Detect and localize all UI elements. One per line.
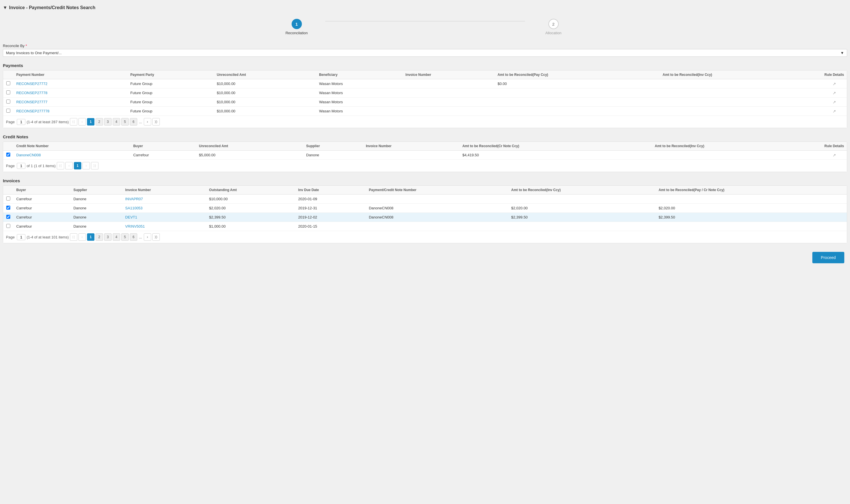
inv-first-btn[interactable]: ⟨⟨	[70, 233, 77, 241]
inv-amt-inv-ccy-3: $2,399.50	[509, 213, 656, 222]
payments-last-btn[interactable]: ⟩⟩	[152, 118, 160, 126]
cn-last-btn[interactable]: ⟩⟩	[91, 162, 99, 169]
payments-number-link-4[interactable]: RECONSEP277778	[16, 109, 49, 113]
inv-prev-btn[interactable]: ‹	[78, 233, 86, 241]
payments-page-input[interactable]	[17, 119, 25, 125]
inv-page-5[interactable]: 5	[121, 233, 129, 241]
cn-checkbox-cell-1	[3, 150, 13, 160]
inv-checkbox-4[interactable]	[6, 224, 10, 228]
payments-checkbox-2[interactable]	[6, 90, 10, 94]
inv-page-dots: ...	[138, 235, 143, 239]
external-link-icon[interactable]: ↗	[833, 100, 836, 104]
payments-amt-pay-ccy-4	[495, 107, 660, 116]
payments-payment-number-1: RECONSEP27772	[13, 79, 127, 88]
payments-unreconciled-amt-1: $10,000.00	[214, 79, 316, 88]
payments-checkbox-4[interactable]	[6, 109, 10, 113]
inv-page-6[interactable]: 6	[130, 233, 137, 241]
inv-pay-cr-number-2: DanoneCN008	[366, 204, 509, 213]
proceed-button[interactable]: Proceed	[812, 252, 844, 263]
cn-prev-btn[interactable]: ‹	[65, 162, 73, 169]
payments-invoice-number-1	[403, 79, 495, 88]
cn-number-link-1[interactable]: DanoneCN008	[16, 153, 41, 157]
payments-page-4[interactable]: 4	[113, 118, 120, 126]
payments-table-container: Payment Number Payment Party Unreconcile…	[3, 70, 847, 128]
cn-col-check	[3, 142, 13, 150]
payments-unreconciled-amt-4: $10,000.00	[214, 107, 316, 116]
payments-rule-details-4: ↗	[821, 107, 847, 116]
inv-outstanding-amt-2: $2,020.00	[206, 204, 295, 213]
inv-page-3[interactable]: 3	[104, 233, 111, 241]
wizard-step-2: 2 Allocation	[525, 19, 582, 35]
inv-checkbox-2[interactable]	[6, 206, 10, 210]
inv-invoice-number-1: INVAPR07	[122, 195, 206, 204]
payments-next-btn[interactable]: ›	[144, 118, 151, 126]
inv-number-link-4[interactable]: VRINV5051	[125, 224, 145, 229]
cn-first-btn[interactable]: ⟨⟨	[57, 162, 64, 169]
payments-checkbox-1[interactable]	[6, 81, 10, 85]
inv-col-check	[3, 186, 13, 195]
payments-number-link-2[interactable]: RECONSEP27778	[16, 91, 47, 95]
payments-col-beneficiary: Beneficiary	[316, 70, 403, 79]
footer: Proceed	[3, 246, 847, 266]
inv-supplier-1: Danone	[70, 195, 122, 204]
payments-payment-party-4: Future Group	[127, 107, 214, 116]
payments-page-6[interactable]: 6	[130, 118, 137, 126]
payments-page-1[interactable]: 1	[87, 118, 94, 126]
payments-page-2[interactable]: 2	[95, 118, 103, 126]
credit-notes-section-title: Credit Notes	[3, 131, 847, 142]
cn-page-1[interactable]: 1	[74, 162, 81, 169]
inv-page-input[interactable]	[17, 234, 25, 240]
inv-amt-pay-cr-ccy-4	[656, 222, 847, 231]
inv-page-1[interactable]: 1	[87, 233, 94, 241]
payments-page-5[interactable]: 5	[121, 118, 129, 126]
payments-first-btn[interactable]: ⟨⟨	[70, 118, 77, 126]
cn-credit-note-number-1: DanoneCN008	[13, 150, 130, 160]
required-star: *	[26, 43, 27, 48]
inv-due-date-2: 2019-12-31	[295, 204, 366, 213]
payments-number-link-1[interactable]: RECONSEP27772	[16, 82, 47, 86]
cn-supplier-1: Danone	[303, 150, 363, 160]
inv-page-2[interactable]: 2	[95, 233, 103, 241]
inv-pay-cr-number-4	[366, 222, 509, 231]
external-link-icon[interactable]: ↗	[833, 82, 836, 86]
payments-payment-number-3: RECONSEP27777	[13, 97, 127, 107]
wizard: 1 Reconcilation 2 Allocation	[3, 13, 847, 43]
cn-of-label: of 1	[26, 164, 33, 168]
payments-invoice-number-4	[403, 107, 495, 116]
external-link-icon[interactable]: ↗	[833, 153, 836, 158]
external-link-icon[interactable]: ↗	[833, 109, 836, 113]
cn-next-btn[interactable]: ›	[83, 162, 90, 169]
inv-invoice-number-4: VRINV5051	[122, 222, 206, 231]
inv-amt-pay-cr-ccy-3: $2,399.50	[656, 213, 847, 222]
payments-rule-details-1: ↗	[821, 79, 847, 88]
cn-page-input[interactable]	[17, 163, 25, 169]
payments-page-3[interactable]: 3	[104, 118, 111, 126]
page-title: ▼ Invoice - Payments/Credit Notes Search	[3, 3, 847, 13]
payments-pagination: Page (1-4 of at least 287 items) ⟨⟨ ‹ 1 …	[3, 115, 847, 128]
inv-number-link-1[interactable]: INVAPR07	[125, 197, 143, 201]
reconcile-by-dropdown[interactable]: Many Invoices to One Payment/... ▼	[3, 49, 847, 57]
inv-next-btn[interactable]: ›	[144, 233, 151, 241]
inv-checkbox-1[interactable]	[6, 197, 10, 200]
payments-number-link-3[interactable]: RECONSEP27777	[16, 100, 47, 104]
inv-checkbox-3[interactable]	[6, 215, 10, 219]
inv-page-4[interactable]: 4	[113, 233, 120, 241]
payments-page-summary: (1-4 of at least 287 items)	[26, 120, 69, 124]
payments-checkbox-3[interactable]	[6, 100, 10, 104]
payments-amt-pay-ccy-2	[495, 88, 660, 97]
inv-number-link-2[interactable]: SA110053	[125, 206, 143, 210]
payments-beneficiary-3: Wasan Motors	[316, 97, 403, 107]
payments-prev-btn[interactable]: ‹	[78, 118, 86, 126]
external-link-icon[interactable]: ↗	[833, 91, 836, 95]
payments-payment-party-3: Future Group	[127, 97, 214, 107]
cn-checkbox-1[interactable]	[6, 152, 10, 157]
inv-number-link-3[interactable]: DEVT1	[125, 215, 137, 219]
invoices-section-title: Invoices	[3, 175, 847, 185]
inv-outstanding-amt-4: $1,000.00	[206, 222, 295, 231]
credit-notes-pagination: Page of 1 (1 of 1 items) ⟨⟨ ‹ 1 › ⟩⟩	[3, 159, 847, 172]
inv-supplier-4: Danone	[70, 222, 122, 231]
inv-last-btn[interactable]: ⟩⟩	[152, 233, 160, 241]
cn-amt-cr-ccy-1: $4,419.50	[459, 150, 652, 160]
inv-supplier-2: Danone	[70, 204, 122, 213]
inv-checkbox-cell-4	[3, 222, 13, 231]
